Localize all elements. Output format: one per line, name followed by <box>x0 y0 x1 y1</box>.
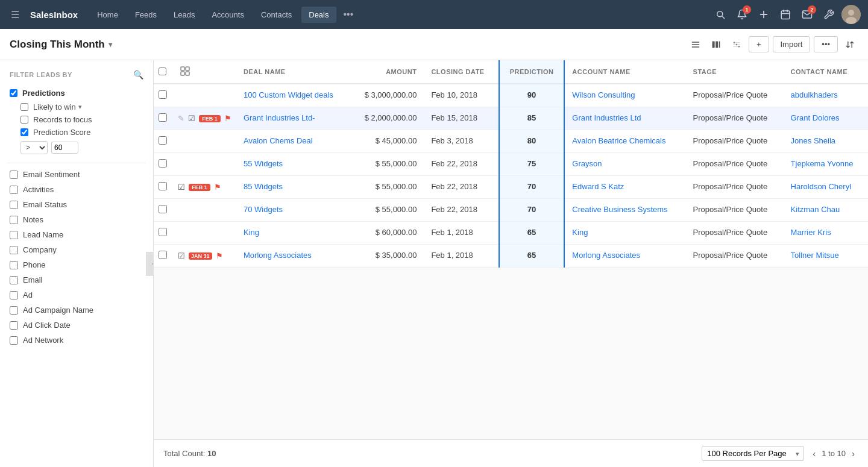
notes-checkbox[interactable] <box>10 216 18 224</box>
col-contact-name-header[interactable]: CONTACT NAME <box>784 60 868 84</box>
col-account-name-header[interactable]: ACCOUNT NAME <box>564 60 685 84</box>
deal-name-link[interactable]: King <box>244 228 259 237</box>
ad-network-filter[interactable]: Ad Network <box>7 333 146 348</box>
account-name-link[interactable]: King <box>572 228 588 237</box>
contact-name-link[interactable]: Grant Dolores <box>791 113 840 122</box>
company-checkbox[interactable] <box>10 246 18 254</box>
import-button[interactable]: Import <box>773 36 811 52</box>
nav-accounts[interactable]: Accounts <box>204 7 251 23</box>
contact-name-link[interactable]: Tjepkema Yvonne <box>791 159 854 168</box>
row-checkbox[interactable] <box>159 113 167 122</box>
edit-pencil-icon[interactable]: ✎ <box>178 114 184 123</box>
row-checkbox[interactable] <box>159 182 167 190</box>
calendar-icon[interactable] <box>776 5 794 24</box>
col-amount-header[interactable]: AMOUNT <box>351 60 424 84</box>
filter-search-icon[interactable]: 🔍 <box>133 70 144 80</box>
deal-name-link[interactable]: Avalon Chems Deal <box>244 136 313 145</box>
add-icon[interactable] <box>755 5 773 24</box>
account-name-link[interactable]: Wilson Consulting <box>572 90 635 99</box>
account-name-link[interactable]: Morlong Associates <box>572 251 640 260</box>
ad-campaign-filter[interactable]: Ad Campaign Name <box>7 302 146 318</box>
nav-leads[interactable]: Leads <box>166 7 202 23</box>
ad-network-checkbox[interactable] <box>10 336 18 345</box>
lead-name-filter[interactable]: Lead Name <box>7 227 146 242</box>
nav-deals[interactable]: Deals <box>301 7 336 23</box>
deal-name-link[interactable]: 70 Widgets <box>244 205 283 214</box>
deal-name-link[interactable]: 55 Widgets <box>244 159 283 168</box>
account-name-link[interactable]: Creative Business Systems <box>572 205 667 214</box>
menu-icon[interactable]: ☰ <box>7 5 23 24</box>
mail-icon[interactable]: 2 <box>798 5 816 24</box>
more-options-button[interactable]: ••• <box>814 36 838 52</box>
deal-name-link[interactable]: 85 Widgets <box>244 182 283 191</box>
row-checkbox[interactable] <box>159 136 167 145</box>
settings-icon[interactable] <box>820 5 838 24</box>
records-to-focus-filter[interactable]: Records to focus <box>7 113 146 126</box>
email-status-checkbox[interactable] <box>10 201 18 209</box>
row-checkbox[interactable] <box>159 90 167 99</box>
col-closing-date-header[interactable]: CLOSING DATE <box>424 60 498 84</box>
row-checkbox[interactable] <box>159 205 167 213</box>
column-view-icon[interactable] <box>708 36 725 53</box>
account-name-link[interactable]: Grayson <box>572 159 602 168</box>
contact-name-link[interactable]: Kitzman Chau <box>791 205 840 214</box>
row-checkbox[interactable] <box>159 251 167 259</box>
nav-more-icon[interactable]: ••• <box>339 5 359 24</box>
deal-name-link[interactable]: 100 Custom Widget deals <box>244 90 333 99</box>
company-filter[interactable]: Company <box>7 242 146 257</box>
ad-campaign-checkbox[interactable] <box>10 306 18 315</box>
email-filter[interactable]: Email <box>7 272 146 287</box>
notifications-icon[interactable]: 1 <box>733 5 751 24</box>
account-name-link[interactable]: Grant Industries Ltd <box>572 113 641 122</box>
per-page-select[interactable]: 10 Records Per Page 25 Records Per Page … <box>702 446 804 461</box>
sidebar-collapse-handle[interactable]: ‹ <box>146 252 154 276</box>
predictions-checkbox[interactable] <box>10 89 17 97</box>
sort-icon[interactable] <box>841 36 858 53</box>
prediction-score-checkbox[interactable] <box>20 128 28 136</box>
deal-name-link[interactable]: Grant Industries Ltd- <box>244 113 315 122</box>
contact-name-link[interactable]: Tollner Mitsue <box>791 251 839 260</box>
email-sentiment-checkbox[interactable] <box>10 171 18 179</box>
account-name-link[interactable]: Avalon Beatrice Chemicals <box>572 136 665 145</box>
phone-checkbox[interactable] <box>10 261 18 269</box>
col-prediction-header[interactable]: PREDICTION <box>499 60 565 84</box>
likely-to-win-filter[interactable]: Likely to win ▾ <box>7 101 146 113</box>
row-checkbox[interactable] <box>159 159 167 168</box>
nav-contacts[interactable]: Contacts <box>254 7 299 23</box>
activities-filter[interactable]: Activities <box>7 182 146 197</box>
add-button[interactable]: + <box>749 36 769 52</box>
notes-filter[interactable]: Notes <box>7 212 146 227</box>
page-title[interactable]: Closing This Month ▾ <box>10 39 112 51</box>
next-page-button[interactable]: › <box>848 447 858 460</box>
ad-filter[interactable]: Ad <box>7 287 146 302</box>
records-to-focus-checkbox[interactable] <box>20 116 28 124</box>
settings-filter-icon[interactable] <box>728 36 745 53</box>
ad-click-date-filter[interactable]: Ad Click Date <box>7 318 146 333</box>
ad-checkbox[interactable] <box>10 291 18 299</box>
contact-name-link[interactable]: Marrier Kris <box>791 228 831 237</box>
predictions-filter-header[interactable]: Predictions <box>7 86 146 101</box>
col-stage-header[interactable]: STAGE <box>686 60 784 84</box>
deal-name-link[interactable]: Morlong Associates <box>244 251 312 260</box>
prev-page-button[interactable]: ‹ <box>809 447 819 460</box>
list-view-icon[interactable] <box>687 36 704 53</box>
contact-name-link[interactable]: Jones Sheila <box>791 136 835 145</box>
activities-checkbox[interactable] <box>10 186 18 194</box>
account-name-link[interactable]: Edward S Katz <box>572 182 624 191</box>
nav-home[interactable]: Home <box>90 7 125 23</box>
col-select-all[interactable] <box>154 60 173 84</box>
score-operator-select[interactable]: > < = >= <= <box>20 141 48 154</box>
prediction-score-filter[interactable]: Prediction Score <box>7 126 146 139</box>
email-status-filter[interactable]: Email Status <box>7 197 146 212</box>
nav-feeds[interactable]: Feeds <box>128 7 164 23</box>
row-checkbox[interactable] <box>159 228 167 236</box>
ad-click-date-checkbox[interactable] <box>10 321 18 330</box>
contact-name-link[interactable]: abdulkhaders <box>791 90 838 99</box>
lead-name-checkbox[interactable] <box>10 231 18 239</box>
col-deal-name-header[interactable]: DEAL NAME <box>236 60 351 84</box>
email-checkbox[interactable] <box>10 276 18 284</box>
user-avatar[interactable] <box>841 5 861 24</box>
contact-name-link[interactable]: Haroldson Cheryl <box>791 182 851 191</box>
phone-filter[interactable]: Phone <box>7 257 146 272</box>
search-icon[interactable] <box>711 5 729 24</box>
